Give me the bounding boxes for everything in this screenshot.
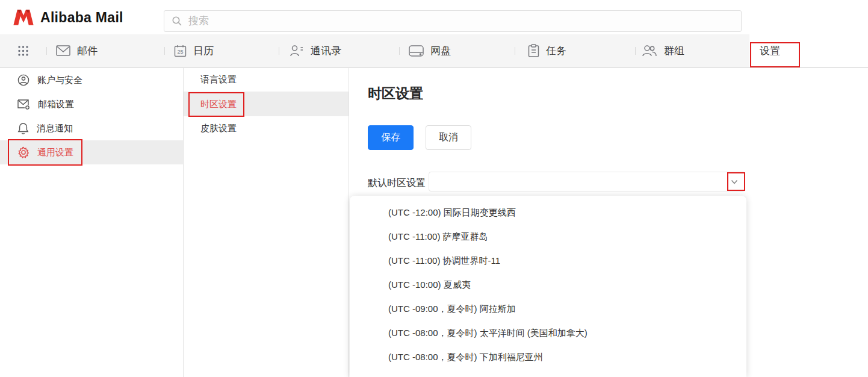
- nav-divider: [164, 47, 165, 55]
- subsidebar-item-timezone[interactable]: 时区设置: [184, 92, 349, 116]
- search-icon: [172, 16, 182, 26]
- app-grid-icon[interactable]: [17, 45, 29, 57]
- timezone-option[interactable]: (UTC -11:00) 萨摩亚群岛: [350, 225, 746, 249]
- nav-divider: [515, 47, 515, 55]
- subsidebar-item-skin[interactable]: 皮肤设置: [184, 116, 349, 140]
- sidebar-item-label: 通用设置: [37, 147, 73, 158]
- subsidebar-item-label: 时区设置: [200, 99, 237, 110]
- sidebar-item-label: 邮箱设置: [38, 99, 74, 110]
- general-settings-subsidebar: 语言设置 时区设置 皮肤设置: [184, 68, 349, 377]
- sidebar-item-general-settings[interactable]: 通用设置: [0, 140, 183, 164]
- nav-item-settings[interactable]: 设置: [760, 34, 780, 67]
- chevron-down-icon[interactable]: [730, 177, 739, 187]
- bell-icon: [17, 122, 29, 135]
- gear-icon: [17, 146, 29, 158]
- mail-icon: [56, 45, 70, 56]
- account-icon: [17, 74, 29, 86]
- drive-icon: [409, 45, 424, 57]
- save-button[interactable]: 保存: [368, 125, 414, 150]
- alibaba-mail-logo-icon: [12, 8, 35, 26]
- nav-item-calendar[interactable]: 25 日历: [174, 34, 214, 67]
- calendar-icon: 25: [174, 45, 187, 57]
- search-input[interactable]: [188, 15, 734, 27]
- sidebar-item-account-security[interactable]: 账户与安全: [0, 68, 183, 92]
- nav-item-contacts[interactable]: 通讯录: [290, 34, 341, 67]
- nav-item-label: 日历: [193, 44, 214, 58]
- nav-divider: [279, 47, 279, 55]
- sidebar-item-mailbox-settings[interactable]: 邮箱设置: [0, 92, 183, 116]
- tasks-icon: [528, 44, 539, 57]
- timezone-option[interactable]: (UTC -08:00，夏令时) 下加利福尼亚州: [350, 345, 746, 369]
- logo-text: Alibaba Mail: [40, 10, 123, 26]
- action-buttons: 保存 取消: [368, 125, 471, 150]
- sidebar-item-label: 消息通知: [37, 123, 73, 134]
- subsidebar-item-language[interactable]: 语言设置: [184, 68, 349, 92]
- logo: Alibaba Mail: [12, 5, 123, 30]
- nav-item-label: 网盘: [430, 44, 451, 58]
- nav-item-label: 邮件: [77, 44, 98, 58]
- timezone-dropdown-list: (UTC -12:00) 国际日期变更线西 (UTC -11:00) 萨摩亚群岛…: [350, 196, 746, 377]
- timezone-option[interactable]: (UTC -11:00) 协调世界时-11: [350, 249, 746, 273]
- mailbox-settings-icon: [17, 99, 30, 110]
- timezone-option[interactable]: (UTC -10:00) 夏威夷: [350, 273, 746, 297]
- nav-item-label: 通讯录: [311, 44, 341, 58]
- calendar-day-number: 25: [177, 49, 183, 55]
- subsidebar-item-label: 皮肤设置: [200, 123, 237, 134]
- settings-sidebar: 账户与安全 邮箱设置 消息通知 通用设置: [0, 68, 184, 377]
- cancel-button[interactable]: 取消: [426, 125, 471, 150]
- groups-icon: [642, 45, 657, 57]
- nav-divider: [46, 47, 47, 55]
- timezone-select[interactable]: [429, 172, 745, 192]
- nav-divider: [635, 47, 636, 55]
- page-title: 时区设置: [368, 84, 423, 103]
- contacts-icon: [290, 45, 304, 57]
- nav-divider: [399, 47, 400, 55]
- nav-item-drive[interactable]: 网盘: [409, 34, 451, 67]
- default-timezone-label: 默认时区设置: [368, 177, 426, 190]
- sidebar-item-label: 账户与安全: [37, 75, 82, 86]
- subsidebar-item-label: 语言设置: [200, 74, 237, 86]
- header: Alibaba Mail: [0, 0, 868, 34]
- sidebar-item-notifications[interactable]: 消息通知: [0, 116, 183, 140]
- search-box[interactable]: [164, 10, 742, 32]
- nav-item-tasks[interactable]: 任务: [528, 34, 566, 67]
- nav-item-groups[interactable]: 群组: [642, 34, 684, 67]
- app-nav: 邮件 25 日历 通讯录 网盘: [0, 34, 868, 68]
- nav-item-mail[interactable]: 邮件: [56, 34, 98, 67]
- timezone-option[interactable]: (UTC -08:00，夏令时) 太平洋时间 (美国和加拿大): [350, 321, 746, 345]
- nav-item-label: 设置: [760, 44, 780, 58]
- timezone-option[interactable]: (UTC -12:00) 国际日期变更线西: [350, 201, 746, 225]
- nav-item-label: 群组: [664, 44, 684, 58]
- nav-item-label: 任务: [546, 44, 566, 58]
- timezone-option[interactable]: (UTC -09:00，夏令时) 阿拉斯加: [350, 297, 746, 321]
